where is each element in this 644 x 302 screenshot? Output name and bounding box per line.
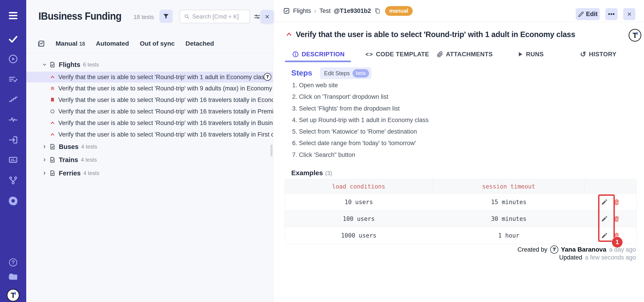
tab-automated[interactable]: Automated bbox=[96, 40, 129, 47]
import-sign-in-icon[interactable] bbox=[0, 134, 26, 146]
help-icon[interactable]: ? bbox=[0, 256, 26, 268]
copy-icon[interactable] bbox=[374, 8, 380, 14]
scrollbar-thumb[interactable] bbox=[270, 145, 272, 156]
tab-runs[interactable]: RUNS bbox=[517, 50, 544, 59]
updated-ago: a few seconds ago bbox=[585, 254, 636, 261]
panel-close-button[interactable]: × bbox=[261, 10, 274, 23]
testomat-logo[interactable]: T bbox=[0, 289, 26, 302]
table-cell: 1000 users bbox=[285, 227, 433, 244]
examples-count: (3) bbox=[325, 170, 332, 176]
edit-button[interactable]: Edit bbox=[576, 8, 600, 20]
tab-out-of-sync[interactable]: Out of sync bbox=[140, 40, 174, 47]
runs-play-circle-icon[interactable] bbox=[0, 53, 26, 65]
tab-description-label: DESCRIPTION bbox=[302, 51, 344, 58]
chevron-right-icon[interactable] bbox=[42, 157, 47, 162]
folder-count: 4 tests bbox=[84, 170, 100, 176]
step-item: Select from 'Katowice' to 'Rome' destina… bbox=[299, 128, 428, 140]
tab-manual[interactable]: Manual18 bbox=[56, 40, 85, 47]
created-by-label: Created by bbox=[518, 246, 548, 253]
testomat-synced-badge: T bbox=[628, 29, 641, 42]
tab-history-label: HISTORY bbox=[589, 51, 616, 58]
chevron-right-icon[interactable] bbox=[42, 144, 47, 149]
table-cell: 10 users bbox=[285, 194, 433, 210]
test-row[interactable]: Verify that the user is able to select '… bbox=[26, 118, 273, 128]
folder-row-flights[interactable]: Flights 6 tests bbox=[26, 59, 273, 70]
breadcrumb-folder[interactable]: Flights bbox=[293, 8, 311, 14]
tab-history[interactable]: ↺ HISTORY bbox=[580, 50, 616, 59]
step-item: Select date range from 'today' to 'tomor… bbox=[299, 140, 428, 151]
projects-folder-icon[interactable] bbox=[0, 270, 26, 282]
suite-file-icon bbox=[49, 156, 56, 163]
test-row[interactable]: Verify that the user is able to select '… bbox=[26, 83, 273, 94]
folder-row-trains[interactable]: Trains 4 tests bbox=[26, 154, 273, 165]
tabs-divider bbox=[26, 54, 273, 54]
menu-icon[interactable] bbox=[0, 10, 26, 21]
test-plans-icon[interactable] bbox=[0, 73, 26, 86]
tab-manual-count: 18 bbox=[79, 41, 85, 47]
edit-steps-button[interactable]: Edit Steps beta bbox=[320, 67, 371, 79]
test-row[interactable]: Verify that the user is able to select '… bbox=[26, 129, 273, 140]
tab-code-template[interactable]: <> CODE TEMPLATE bbox=[366, 50, 429, 59]
search-icon bbox=[184, 13, 190, 20]
step-item: Open web site bbox=[299, 82, 428, 93]
play-icon bbox=[517, 51, 523, 57]
examples-header-row: load conditions session timeout bbox=[285, 179, 636, 194]
folder-row-ferries[interactable]: Ferries 4 tests bbox=[26, 168, 273, 178]
test-title: Verify that the user is able to select '… bbox=[58, 108, 273, 115]
bookmark-icon bbox=[50, 97, 56, 103]
folder-row-buses[interactable]: Buses 4 tests bbox=[26, 141, 273, 152]
edit-row-button[interactable] bbox=[600, 198, 608, 206]
adjustments-icon[interactable] bbox=[254, 14, 260, 20]
step-item: Select 'Flights' from the dropdown list bbox=[299, 105, 428, 117]
chevron-down-icon[interactable] bbox=[42, 62, 47, 67]
testomat-logo-glyph: T bbox=[7, 289, 20, 302]
steps-heading: Steps bbox=[291, 68, 312, 77]
table-row: 100 users 30 minutes bbox=[285, 210, 636, 227]
search-input[interactable] bbox=[192, 13, 246, 20]
test-id: @T1e9301b2 bbox=[334, 8, 371, 14]
suite-file-icon bbox=[49, 143, 56, 150]
active-tab-underline bbox=[285, 60, 351, 62]
test-row[interactable]: Verify that the user is able to select '… bbox=[26, 106, 273, 117]
tab-manual-label: Manual bbox=[56, 40, 77, 47]
more-options-button[interactable]: ••• bbox=[605, 8, 618, 20]
edit-row-button[interactable] bbox=[600, 232, 608, 240]
history-icon: ↺ bbox=[580, 51, 586, 58]
tab-description[interactable]: DESCRIPTION bbox=[292, 50, 344, 59]
updated-label: Updated bbox=[559, 254, 582, 261]
test-row-selected[interactable]: Verify that the user is able to select '… bbox=[26, 72, 273, 82]
test-title: Verify that the user is able to select '… bbox=[58, 85, 273, 92]
tab-detached[interactable]: Detached bbox=[186, 40, 214, 47]
close-detail-button[interactable]: × bbox=[623, 8, 636, 20]
chevron-right-icon[interactable] bbox=[42, 171, 47, 176]
settings-gear-icon[interactable] bbox=[0, 195, 26, 207]
edit-steps-label: Edit Steps bbox=[324, 70, 350, 77]
trash-icon bbox=[613, 216, 620, 222]
table-cell: 100 users bbox=[285, 210, 433, 227]
priority-high-icon bbox=[286, 31, 292, 38]
tab-attachments[interactable]: ATTACHMENTS bbox=[437, 50, 493, 59]
table-cell: 30 minutes bbox=[433, 210, 585, 227]
edit-button-label: Edit bbox=[586, 10, 598, 18]
delete-row-button[interactable] bbox=[613, 215, 620, 223]
steps-stairs-icon[interactable] bbox=[0, 93, 26, 106]
test-tree-panel: IBusiness Funding 18 tests × Manual18 Au… bbox=[26, 0, 273, 302]
folder-name: Buses bbox=[59, 143, 78, 150]
edit-row-button[interactable] bbox=[600, 215, 608, 223]
annotation-badge: 1 bbox=[612, 237, 622, 248]
info-icon bbox=[292, 51, 299, 58]
branches-git-icon[interactable] bbox=[0, 174, 26, 186]
delete-row-button[interactable] bbox=[613, 198, 620, 206]
filter-tabs: Manual18 Automated Out of sync Detached bbox=[38, 38, 214, 50]
reports-chart-icon[interactable] bbox=[0, 154, 26, 166]
pencil-icon bbox=[601, 232, 608, 239]
search-box[interactable] bbox=[180, 10, 250, 23]
filter-button[interactable] bbox=[160, 10, 172, 23]
analytics-pulse-icon[interactable] bbox=[0, 114, 26, 126]
test-row[interactable]: Verify that the user is able to select '… bbox=[26, 94, 273, 105]
test-title: Verify that the user is able to select '… bbox=[58, 131, 273, 138]
close-icon: × bbox=[627, 10, 632, 18]
tests-nav-check-icon[interactable] bbox=[0, 33, 26, 45]
tab-automated-label: Automated bbox=[96, 40, 129, 47]
checklist-icon[interactable] bbox=[38, 40, 45, 47]
